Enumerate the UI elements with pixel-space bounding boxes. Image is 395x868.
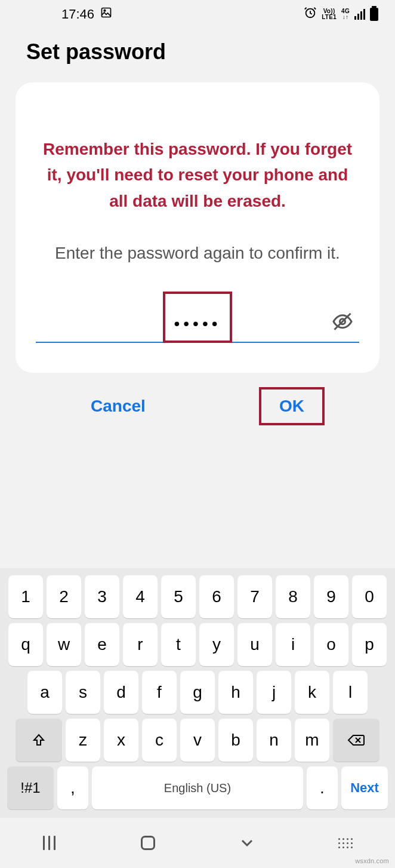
key-w[interactable]: w bbox=[47, 623, 81, 666]
key-c[interactable]: c bbox=[142, 719, 177, 762]
alarm-icon bbox=[304, 6, 317, 23]
battery-icon bbox=[370, 8, 378, 21]
keyboard-row-bottom: !#1 , English (US) . Next bbox=[2, 764, 393, 812]
key-p[interactable]: p bbox=[352, 623, 387, 666]
key-symbols[interactable]: !#1 bbox=[7, 766, 54, 809]
key-x[interactable]: x bbox=[104, 719, 138, 762]
key-1[interactable]: 1 bbox=[8, 575, 43, 618]
shift-icon bbox=[32, 733, 46, 747]
picture-icon bbox=[100, 7, 112, 22]
key-n[interactable]: n bbox=[257, 719, 291, 762]
volte-indicator: Vo)) LTE1 bbox=[322, 8, 337, 20]
key-j[interactable]: j bbox=[257, 671, 291, 714]
status-time: 17:46 bbox=[61, 7, 94, 22]
svg-point-1 bbox=[104, 10, 106, 11]
key-7[interactable]: 7 bbox=[237, 575, 272, 618]
key-d[interactable]: d bbox=[104, 671, 138, 714]
key-backspace[interactable] bbox=[333, 719, 379, 762]
status-left: 17:46 bbox=[17, 7, 112, 22]
key-t[interactable]: t bbox=[161, 623, 196, 666]
warning-text: Remember this password. If you forget it… bbox=[36, 136, 359, 214]
key-6[interactable]: 6 bbox=[199, 575, 234, 618]
key-e[interactable]: e bbox=[85, 623, 119, 666]
nav-home[interactable] bbox=[136, 831, 160, 855]
action-row: Cancel OK bbox=[0, 373, 395, 434]
nav-keyboard-switch[interactable] bbox=[334, 831, 357, 855]
status-right: Vo)) LTE1 4G ↓↑ bbox=[304, 6, 378, 23]
key-next[interactable]: Next bbox=[341, 766, 388, 809]
key-9[interactable]: 9 bbox=[314, 575, 348, 618]
password-card: Remember this password. If you forget it… bbox=[16, 82, 379, 373]
key-m[interactable]: m bbox=[295, 719, 329, 762]
password-input[interactable] bbox=[36, 302, 359, 343]
key-8[interactable]: 8 bbox=[276, 575, 310, 618]
key-0[interactable]: 0 bbox=[352, 575, 387, 618]
key-i[interactable]: i bbox=[276, 623, 310, 666]
key-g[interactable]: g bbox=[180, 671, 215, 714]
key-comma[interactable]: , bbox=[57, 766, 88, 809]
home-icon bbox=[141, 836, 155, 850]
key-space[interactable]: English (US) bbox=[92, 766, 303, 809]
eye-off-icon bbox=[332, 311, 353, 332]
instruction-text: Enter the password again to confirm it. bbox=[36, 240, 359, 266]
nav-back[interactable] bbox=[235, 831, 259, 855]
key-z[interactable]: z bbox=[66, 719, 100, 762]
nav-recents[interactable] bbox=[38, 831, 61, 855]
password-input-row bbox=[36, 302, 359, 343]
key-h[interactable]: h bbox=[218, 671, 253, 714]
key-o[interactable]: o bbox=[314, 623, 348, 666]
ok-button[interactable]: OK bbox=[267, 391, 316, 422]
key-3[interactable]: 3 bbox=[85, 575, 119, 618]
keyboard: 1 2 3 4 5 6 7 8 9 0 q w e r t y u i o p … bbox=[0, 568, 395, 818]
key-r[interactable]: r bbox=[123, 623, 158, 666]
grid-icon bbox=[338, 838, 353, 848]
key-shift[interactable] bbox=[16, 719, 62, 762]
key-a[interactable]: a bbox=[27, 671, 62, 714]
chevron-down-icon bbox=[240, 836, 254, 850]
navigation-bar bbox=[0, 818, 395, 868]
svg-rect-0 bbox=[102, 8, 111, 17]
recents-icon bbox=[43, 836, 55, 850]
key-l[interactable]: l bbox=[333, 671, 368, 714]
keyboard-row-numbers: 1 2 3 4 5 6 7 8 9 0 bbox=[2, 573, 393, 621]
backspace-icon bbox=[347, 733, 365, 747]
key-f[interactable]: f bbox=[142, 671, 177, 714]
key-5[interactable]: 5 bbox=[161, 575, 196, 618]
key-period[interactable]: . bbox=[307, 766, 338, 809]
keyboard-row-q: q w e r t y u i o p bbox=[2, 621, 393, 668]
keyboard-row-z: z x c v b n m bbox=[2, 716, 393, 764]
key-y[interactable]: y bbox=[199, 623, 234, 666]
key-4[interactable]: 4 bbox=[123, 575, 158, 618]
key-v[interactable]: v bbox=[180, 719, 215, 762]
key-k[interactable]: k bbox=[295, 671, 329, 714]
key-2[interactable]: 2 bbox=[47, 575, 81, 618]
signal-icon bbox=[354, 9, 365, 20]
key-q[interactable]: q bbox=[8, 623, 43, 666]
key-u[interactable]: u bbox=[237, 623, 272, 666]
key-s[interactable]: s bbox=[66, 671, 100, 714]
keyboard-row-a: a s d f g h j k l bbox=[2, 668, 393, 716]
page-title: Set password bbox=[0, 27, 395, 82]
watermark: wsxdn.com bbox=[355, 857, 389, 864]
status-bar: 17:46 Vo)) LTE1 4G ↓↑ bbox=[0, 0, 395, 27]
toggle-visibility-button[interactable] bbox=[329, 308, 356, 335]
cancel-button[interactable]: Cancel bbox=[79, 391, 158, 422]
network-indicator: 4G ↓↑ bbox=[341, 8, 350, 20]
key-b[interactable]: b bbox=[218, 719, 253, 762]
